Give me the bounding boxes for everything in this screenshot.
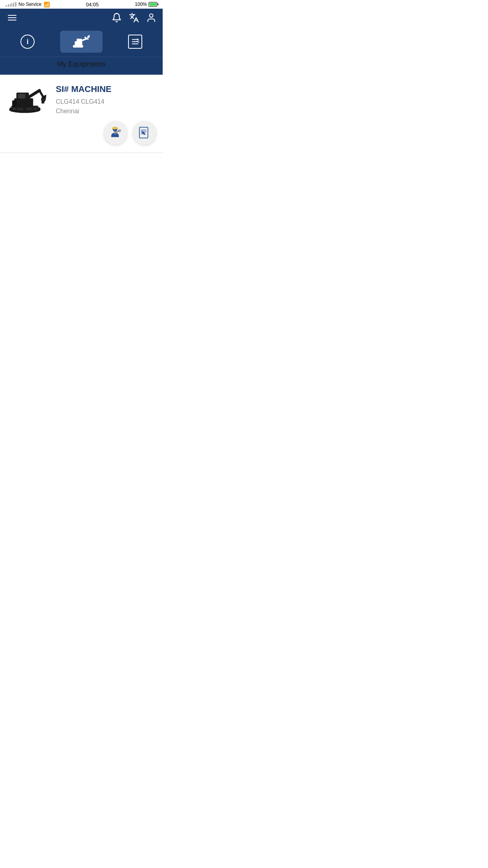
profile-button[interactable] xyxy=(146,13,156,23)
section-title: My Equipments xyxy=(6,60,156,68)
notification-button[interactable] xyxy=(112,13,122,23)
translate-button[interactable] xyxy=(129,13,139,23)
svg-rect-28 xyxy=(42,102,43,104)
tab-info[interactable]: i xyxy=(17,31,38,52)
svg-line-10 xyxy=(137,39,139,40)
svg-rect-4 xyxy=(77,39,82,42)
carrier-text: No Service xyxy=(18,2,42,7)
status-right: 100% xyxy=(135,2,157,7)
wifi-icon: 📶 xyxy=(44,2,50,7)
svg-point-18 xyxy=(34,107,36,110)
info-icon: i xyxy=(20,35,35,49)
status-time: 04:05 xyxy=(86,2,99,7)
section-title-container: My Equipments xyxy=(0,57,163,75)
nav-icons xyxy=(112,13,156,23)
hamburger-line-3 xyxy=(8,20,17,20)
tab-bar: i xyxy=(0,27,163,57)
svg-rect-31 xyxy=(112,128,118,129)
svg-line-11 xyxy=(137,41,139,42)
battery-percent: 100% xyxy=(135,2,147,7)
top-nav xyxy=(0,9,163,27)
excavator-tab-icon xyxy=(72,35,91,49)
equipment-actions xyxy=(6,121,156,145)
equipment-model: CLG414 CLG414 xyxy=(56,98,156,105)
technician-icon xyxy=(108,126,123,140)
hamburger-line-2 xyxy=(8,17,17,18)
battery-fill xyxy=(149,3,156,6)
svg-rect-22 xyxy=(18,94,25,99)
excavator-svg xyxy=(6,83,50,114)
equipment-top: SI# MACHINE CLG414 CLG414 Chennai xyxy=(6,83,156,115)
equipment-location: Chennai xyxy=(56,108,156,115)
signal-icon xyxy=(6,2,17,7)
equipment-card: SI# MACHINE CLG414 CLG414 Chennai xyxy=(0,75,163,153)
equipment-info: SI# MACHINE CLG414 CLG414 Chennai xyxy=(56,83,156,115)
svg-point-16 xyxy=(13,107,15,110)
svg-point-1 xyxy=(150,14,153,17)
report-icon xyxy=(138,126,152,140)
tools-icon xyxy=(128,35,142,49)
equipment-image xyxy=(6,83,50,114)
svg-rect-27 xyxy=(43,101,44,103)
technician-button[interactable] xyxy=(104,121,127,145)
svg-line-24 xyxy=(28,90,39,97)
hamburger-button[interactable] xyxy=(6,13,18,22)
svg-rect-23 xyxy=(12,100,17,107)
report-button[interactable] xyxy=(133,121,156,145)
equipment-name: SI# MACHINE xyxy=(56,84,156,94)
tab-equipment[interactable] xyxy=(60,31,103,53)
status-bar: No Service 📶 04:05 100% xyxy=(0,0,163,9)
hamburger-line-1 xyxy=(8,15,17,16)
equipment-list: SI# MACHINE CLG414 CLG414 Chennai xyxy=(0,75,163,153)
svg-point-34 xyxy=(118,129,121,132)
battery-icon xyxy=(149,2,157,7)
tab-tools[interactable] xyxy=(125,31,145,52)
status-left: No Service 📶 xyxy=(6,2,50,7)
